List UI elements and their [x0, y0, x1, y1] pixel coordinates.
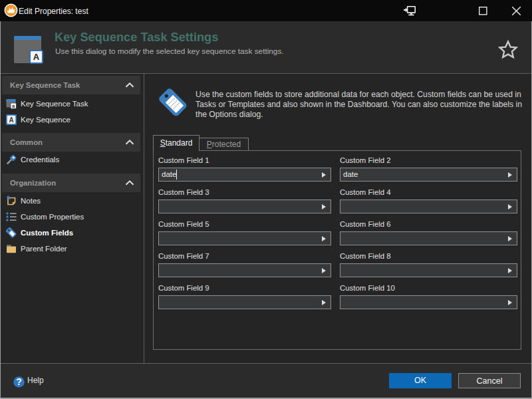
- svg-text:?: ?: [16, 376, 22, 387]
- svg-text:A: A: [9, 116, 13, 124]
- svg-text:a: a: [12, 104, 15, 108]
